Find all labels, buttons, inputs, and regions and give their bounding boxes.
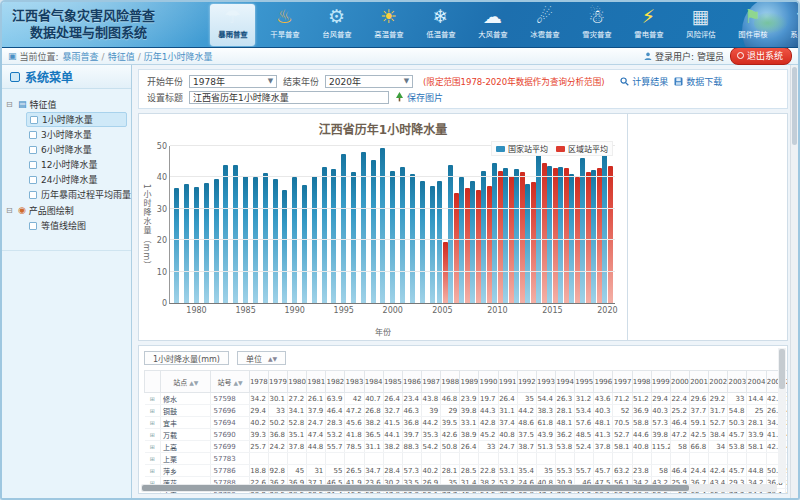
sidebar-item-0-4[interactable]: 24小时降水量 [26, 172, 127, 187]
legend-swatch [556, 146, 565, 152]
sidebar-tree: ⊟▤特征值1小时降水量3小时降水量6小时降水量12小时降水量24小时降水量历年暴… [2, 89, 131, 240]
station-id: 57786 [211, 465, 249, 477]
toolbar-item-snow[interactable]: ☃雪灾普查 [574, 4, 619, 46]
table-row[interactable]: ⊞上栗57783 [145, 453, 789, 465]
x-tick: 2015 [542, 306, 562, 315]
bar-group-1998 [368, 146, 378, 303]
row-expand-icon[interactable]: ⊞ [145, 429, 161, 441]
table-row[interactable]: ⊞宜丰5769440.250.252.824.728.345.638.241.5… [145, 417, 789, 429]
tree-group-0[interactable]: ⊟▤特征值 [6, 96, 127, 112]
row-expand-icon[interactable]: ⊞ [145, 453, 161, 465]
legend-item[interactable]: 国家站平均 [496, 143, 548, 154]
value-cell: 66.8 [689, 441, 708, 453]
sidebar-item-0-1[interactable]: 3小时降水量 [26, 127, 127, 142]
row-expand-icon[interactable]: ⊞ [145, 465, 161, 477]
table-vertical-scrollbar[interactable] [778, 348, 786, 483]
value-cell: 25.7 [249, 441, 268, 453]
start-year-select[interactable]: 1978年▼ [189, 75, 277, 88]
unit-filter[interactable]: 单位▲▼ [237, 351, 286, 365]
row-expand-icon[interactable]: ⊞ [145, 441, 161, 453]
value-cell: 58 [651, 465, 670, 477]
toolbar-item-high-temp[interactable]: ☀高温普查 [366, 4, 411, 46]
breadcrumb-item[interactable]: 特征值 [108, 52, 135, 62]
y-axis-label: 1小时降水量（mm） [141, 184, 152, 271]
bar-group-1978 [172, 146, 182, 303]
value-cell: 43.8 [422, 393, 441, 405]
row-expand-icon[interactable]: ⊞ [145, 417, 161, 429]
toolbar-item-settings[interactable]: ⚒系统设置 [782, 4, 798, 46]
sidebar-item-0-3[interactable]: 12小时降水量 [26, 157, 127, 172]
national-avg-bar-1987 [263, 173, 268, 303]
metric-filter[interactable]: 1小时降水量(mm) [144, 351, 229, 365]
value-cell: 24.7 [307, 417, 326, 429]
national-avg-bar-2020 [602, 151, 607, 303]
toolbar-item-drought[interactable]: ♨干旱普查 [262, 4, 307, 46]
collapse-icon[interactable]: ⊟ [6, 206, 15, 215]
table-row[interactable]: ⊞铜鼓5769629.43334.137.946.447.226.832.746… [145, 405, 789, 417]
value-cell: 33.1 [460, 417, 479, 429]
row-expand-icon[interactable]: ⊞ [145, 405, 161, 417]
breadcrumb-item[interactable]: 暴雨普查 [63, 52, 99, 62]
calculate-button[interactable]: 计算结果 [620, 75, 668, 88]
save-image-button[interactable]: 保存图片 [395, 91, 443, 104]
value-cell: 34.7 [364, 465, 383, 477]
bar-group-1989 [280, 146, 290, 303]
toolbar-item-low-temp[interactable]: ❄低温普查 [418, 4, 463, 46]
bar-group-1981 [201, 146, 211, 303]
value-cell: 88.3 [402, 441, 421, 453]
station-id-col-header[interactable]: 站号▲▼ [211, 371, 249, 393]
sidebar-item-0-0[interactable]: 1小时降水量 [26, 112, 127, 127]
chart-title-label: 设置标题 [147, 91, 183, 104]
toolbar-item-gale[interactable]: ☁大风普查 [470, 4, 515, 46]
value-cell: 39.5 [441, 417, 460, 429]
station-col-header[interactable]: 站点▲▼ [161, 371, 211, 393]
table-row[interactable]: ⊞修水5759834.230.127.226.163.94240.726.423… [145, 393, 789, 405]
main-vscroll-thumb[interactable] [792, 67, 797, 145]
value-cell: 45.7 [728, 465, 747, 477]
value-cell: 42.6 [441, 429, 460, 441]
logout-button[interactable]: 退出系统 [730, 47, 792, 65]
value-cell: 37.7 [689, 405, 708, 417]
toolbar-item-typhoon[interactable]: ⚙台风普查 [314, 4, 359, 46]
sidebar-item-0-5[interactable]: 历年暴雨过程平均雨量 [26, 187, 127, 202]
year-col-header: 1990 [479, 371, 498, 393]
value-cell: 41.5 [383, 417, 402, 429]
row-expand-icon[interactable]: ⊞ [145, 393, 161, 405]
bar-group-2014 [536, 146, 547, 303]
breadcrumb-item[interactable]: 历年1小时降水量 [144, 52, 213, 62]
value-cell [709, 453, 728, 465]
toolbar-item-calculator[interactable]: ▦风险评估 [678, 4, 723, 46]
national-avg-bar-1993 [322, 167, 327, 303]
toolbar-item-map-review[interactable]: ⚑图件审核 [730, 4, 775, 46]
value-cell: 48.5 [575, 429, 594, 441]
legend-item[interactable]: 区域站平均 [556, 143, 608, 154]
national-avg-bar-2018 [580, 158, 585, 303]
national-avg-bar-1997 [361, 152, 366, 303]
toolbar-item-hail[interactable]: ☄冰雹普查 [522, 4, 567, 46]
vscroll-thumb[interactable] [779, 349, 785, 389]
precipitation-chart: 江西省历年1小时降水量 国家站平均区域站平均 1小时降水量（mm） 198019… [138, 113, 628, 341]
chart-title-input[interactable] [189, 91, 389, 104]
value-cell: 40.8 [632, 441, 651, 453]
table-row[interactable]: ⊞上高5769925.724.237.844.855.778.531.138.2… [145, 441, 789, 453]
station-data-table: 站点▲▼站号▲▼19781979198019811982198319841985… [144, 370, 788, 494]
sidebar-item-0-2[interactable]: 6小时降水量 [26, 142, 127, 157]
value-cell: 115.2 [651, 441, 670, 453]
download-button[interactable]: 数据下载 [674, 75, 722, 88]
toolbar-item-lightning[interactable]: ⚡雷电普查 [626, 4, 671, 46]
sidebar-item-1-0[interactable]: 等值线绘图 [26, 218, 127, 233]
collapse-icon[interactable]: ⊟ [6, 100, 15, 109]
value-cell [632, 453, 651, 465]
tree-group-1[interactable]: ⊟◉产品图绘制 [6, 202, 127, 218]
end-year-select[interactable]: 2020年▼ [325, 75, 413, 88]
table-row[interactable]: ⊞万载5769039.336.835.147.453.241.836.544.1… [145, 429, 789, 441]
table-row[interactable]: ⊞萍乡5778618.892.845315526.534.728.457.340… [145, 465, 789, 477]
hscroll-thumb[interactable] [142, 485, 689, 491]
value-cell [747, 453, 766, 465]
toolbar-item-rainstorm[interactable]: ☂暴雨普查 [210, 4, 255, 46]
breadcrumb: 暴雨普查/特征值/历年1小时降水量 [63, 50, 213, 63]
app-window: 江西省气象灾害风险普查 数据处理与制图系统 ☂暴雨普查♨干旱普查⚙台风普查☀高温… [0, 0, 800, 500]
search-icon [620, 77, 629, 86]
main-vertical-scrollbar[interactable] [790, 65, 798, 498]
table-horizontal-scrollbar[interactable] [141, 484, 777, 492]
